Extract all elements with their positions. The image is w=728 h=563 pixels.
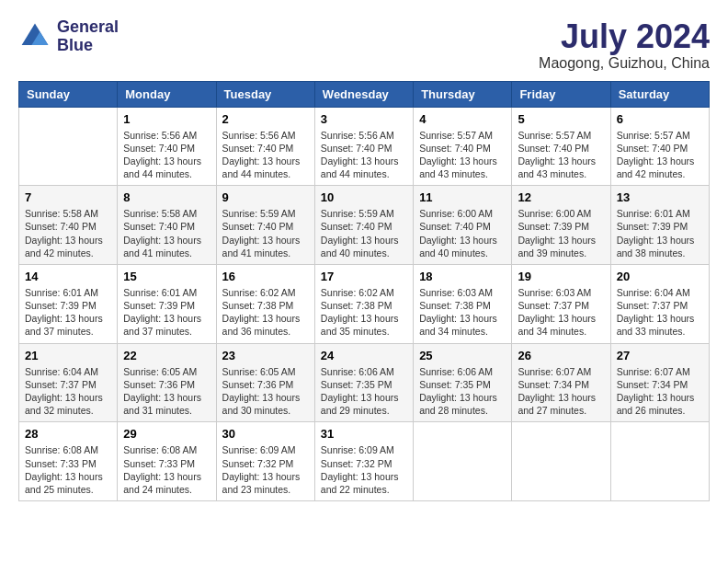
day-info: Sunrise: 5:56 AM Sunset: 7:40 PM Dayligh… [123, 129, 210, 181]
day-number: 23 [222, 349, 309, 362]
day-number: 3 [321, 112, 407, 126]
calendar-cell: 29Sunrise: 6:08 AM Sunset: 7:33 PM Dayli… [118, 422, 216, 501]
calendar-header-row: SundayMondayTuesdayWednesdayThursdayFrid… [19, 81, 710, 107]
calendar-week-row: 14Sunrise: 6:01 AM Sunset: 7:39 PM Dayli… [19, 264, 710, 343]
calendar-week-row: 1Sunrise: 5:56 AM Sunset: 7:40 PM Daylig… [19, 107, 710, 186]
calendar-cell: 24Sunrise: 6:06 AM Sunset: 7:35 PM Dayli… [314, 343, 413, 422]
day-number: 26 [518, 349, 604, 362]
day-of-week-header: Tuesday [216, 81, 314, 107]
calendar-cell: 27Sunrise: 6:07 AM Sunset: 7:34 PM Dayli… [610, 343, 709, 422]
day-number: 7 [25, 190, 111, 204]
calendar-cell: 1Sunrise: 5:56 AM Sunset: 7:40 PM Daylig… [118, 107, 216, 186]
calendar-cell [414, 422, 512, 501]
calendar-cell: 31Sunrise: 6:09 AM Sunset: 7:32 PM Dayli… [314, 422, 413, 501]
calendar-cell: 16Sunrise: 6:02 AM Sunset: 7:38 PM Dayli… [216, 264, 314, 343]
calendar-cell: 10Sunrise: 5:59 AM Sunset: 7:40 PM Dayli… [314, 186, 413, 265]
month-year: July 2024 [539, 18, 710, 55]
calendar-cell: 15Sunrise: 6:01 AM Sunset: 7:39 PM Dayli… [118, 264, 216, 343]
day-number: 6 [617, 112, 703, 126]
day-info: Sunrise: 6:07 AM Sunset: 7:34 PM Dayligh… [617, 365, 703, 418]
day-info: Sunrise: 6:08 AM Sunset: 7:33 PM Dayligh… [25, 443, 111, 496]
day-of-week-header: Sunday [19, 81, 118, 107]
day-number: 14 [25, 270, 111, 283]
calendar-cell: 19Sunrise: 6:03 AM Sunset: 7:37 PM Dayli… [512, 264, 610, 343]
calendar-cell: 26Sunrise: 6:07 AM Sunset: 7:34 PM Dayli… [512, 343, 610, 422]
day-info: Sunrise: 6:03 AM Sunset: 7:37 PM Dayligh… [518, 286, 604, 339]
calendar-cell: 4Sunrise: 5:57 AM Sunset: 7:40 PM Daylig… [414, 107, 512, 186]
calendar-cell: 18Sunrise: 6:03 AM Sunset: 7:38 PM Dayli… [414, 264, 512, 343]
calendar-cell: 25Sunrise: 6:06 AM Sunset: 7:35 PM Dayli… [414, 343, 512, 422]
day-info: Sunrise: 6:09 AM Sunset: 7:32 PM Dayligh… [321, 443, 407, 496]
day-info: Sunrise: 5:59 AM Sunset: 7:40 PM Dayligh… [222, 207, 309, 259]
calendar-cell [610, 422, 709, 501]
day-number: 31 [321, 427, 407, 441]
day-info: Sunrise: 6:07 AM Sunset: 7:34 PM Dayligh… [518, 365, 604, 418]
day-info: Sunrise: 6:05 AM Sunset: 7:36 PM Dayligh… [123, 365, 210, 418]
day-number: 2 [222, 112, 309, 126]
calendar-cell: 5Sunrise: 5:57 AM Sunset: 7:40 PM Daylig… [512, 107, 610, 186]
calendar-cell: 28Sunrise: 6:08 AM Sunset: 7:33 PM Dayli… [19, 422, 118, 501]
day-number: 20 [617, 270, 703, 283]
calendar-week-row: 7Sunrise: 5:58 AM Sunset: 7:40 PM Daylig… [19, 186, 710, 265]
day-of-week-header: Thursday [414, 81, 512, 107]
day-number: 30 [222, 427, 309, 441]
day-info: Sunrise: 6:06 AM Sunset: 7:35 PM Dayligh… [419, 365, 506, 418]
calendar-cell: 6Sunrise: 5:57 AM Sunset: 7:40 PM Daylig… [610, 107, 709, 186]
day-number: 22 [123, 349, 210, 362]
calendar-cell [512, 422, 610, 501]
day-number: 12 [518, 190, 604, 204]
day-info: Sunrise: 5:58 AM Sunset: 7:40 PM Dayligh… [25, 207, 111, 259]
day-of-week-header: Wednesday [314, 81, 413, 107]
logo-text: General Blue [57, 18, 119, 55]
calendar-cell: 14Sunrise: 6:01 AM Sunset: 7:39 PM Dayli… [19, 264, 118, 343]
day-info: Sunrise: 6:02 AM Sunset: 7:38 PM Dayligh… [321, 286, 407, 339]
logo-icon [18, 20, 51, 53]
day-of-week-header: Friday [512, 81, 610, 107]
calendar-week-row: 21Sunrise: 6:04 AM Sunset: 7:37 PM Dayli… [19, 343, 710, 422]
calendar-cell: 12Sunrise: 6:00 AM Sunset: 7:39 PM Dayli… [512, 186, 610, 265]
calendar-cell: 2Sunrise: 5:56 AM Sunset: 7:40 PM Daylig… [216, 107, 314, 186]
day-info: Sunrise: 6:03 AM Sunset: 7:38 PM Dayligh… [419, 286, 506, 339]
day-info: Sunrise: 5:57 AM Sunset: 7:40 PM Dayligh… [617, 129, 703, 181]
calendar-cell [19, 107, 118, 186]
day-number: 9 [222, 190, 309, 204]
day-number: 28 [25, 427, 111, 441]
day-number: 13 [617, 190, 703, 204]
day-info: Sunrise: 5:59 AM Sunset: 7:40 PM Dayligh… [321, 207, 407, 259]
day-number: 11 [419, 190, 506, 204]
location: Maogong, Guizhou, China [539, 55, 710, 72]
calendar-cell: 8Sunrise: 5:58 AM Sunset: 7:40 PM Daylig… [118, 186, 216, 265]
calendar-cell: 3Sunrise: 5:56 AM Sunset: 7:40 PM Daylig… [314, 107, 413, 186]
calendar-cell: 21Sunrise: 6:04 AM Sunset: 7:37 PM Dayli… [19, 343, 118, 422]
day-info: Sunrise: 6:02 AM Sunset: 7:38 PM Dayligh… [222, 286, 309, 339]
day-info: Sunrise: 6:08 AM Sunset: 7:33 PM Dayligh… [123, 443, 210, 496]
day-of-week-header: Monday [118, 81, 216, 107]
day-info: Sunrise: 6:00 AM Sunset: 7:40 PM Dayligh… [419, 207, 506, 259]
calendar-cell: 11Sunrise: 6:00 AM Sunset: 7:40 PM Dayli… [414, 186, 512, 265]
title-area: July 2024 Maogong, Guizhou, China [539, 18, 710, 72]
day-info: Sunrise: 6:04 AM Sunset: 7:37 PM Dayligh… [617, 286, 703, 339]
day-info: Sunrise: 6:04 AM Sunset: 7:37 PM Dayligh… [25, 365, 111, 418]
page-header: General Blue July 2024 Maogong, Guizhou,… [18, 18, 710, 72]
calendar-week-row: 28Sunrise: 6:08 AM Sunset: 7:33 PM Dayli… [19, 422, 710, 501]
day-number: 1 [123, 112, 210, 126]
day-info: Sunrise: 6:01 AM Sunset: 7:39 PM Dayligh… [123, 286, 210, 339]
calendar-cell: 20Sunrise: 6:04 AM Sunset: 7:37 PM Dayli… [610, 264, 709, 343]
day-of-week-header: Saturday [610, 81, 709, 107]
day-info: Sunrise: 6:01 AM Sunset: 7:39 PM Dayligh… [617, 207, 703, 259]
day-info: Sunrise: 6:00 AM Sunset: 7:39 PM Dayligh… [518, 207, 604, 259]
calendar-table: SundayMondayTuesdayWednesdayThursdayFrid… [18, 81, 710, 501]
day-info: Sunrise: 6:05 AM Sunset: 7:36 PM Dayligh… [222, 365, 309, 418]
day-info: Sunrise: 6:09 AM Sunset: 7:32 PM Dayligh… [222, 443, 309, 496]
logo: General Blue [18, 18, 119, 55]
day-number: 8 [123, 190, 210, 204]
calendar-cell: 9Sunrise: 5:59 AM Sunset: 7:40 PM Daylig… [216, 186, 314, 265]
day-number: 18 [419, 270, 506, 283]
day-number: 27 [617, 349, 703, 362]
calendar-cell: 17Sunrise: 6:02 AM Sunset: 7:38 PM Dayli… [314, 264, 413, 343]
day-number: 10 [321, 190, 407, 204]
day-number: 16 [222, 270, 309, 283]
day-info: Sunrise: 5:56 AM Sunset: 7:40 PM Dayligh… [321, 129, 407, 181]
day-info: Sunrise: 6:01 AM Sunset: 7:39 PM Dayligh… [25, 286, 111, 339]
calendar-cell: 13Sunrise: 6:01 AM Sunset: 7:39 PM Dayli… [610, 186, 709, 265]
